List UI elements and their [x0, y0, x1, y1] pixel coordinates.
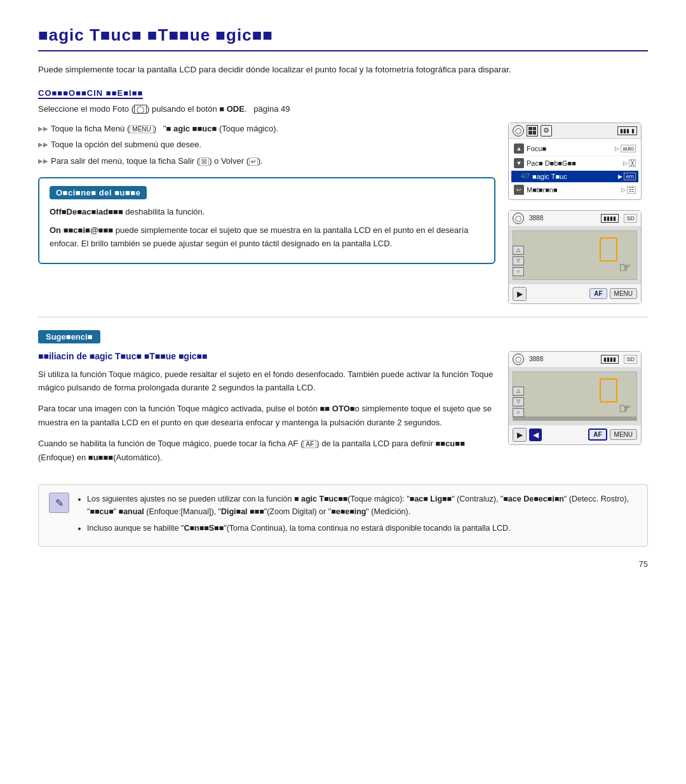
suggestion-section: Suge■enci■ ■■iliacin de ■agic T■uc■ ■T■■…: [38, 330, 648, 472]
suggestion-para-1: Si utiliza la función Toque mágico, pued…: [38, 368, 495, 395]
step-1: Toque la ficha Menú (MENU) "■ agic ■■uc■…: [38, 123, 495, 135]
note-box: ✎ Los siguientes ajustes no se pueden ut…: [38, 484, 648, 547]
section-divider: [38, 317, 648, 317]
camera-body-bottom-1: ▶ AF MENU: [509, 284, 641, 303]
left-arrow-btn: ◀: [529, 429, 542, 441]
nav-back-btn: ↩: [514, 185, 524, 195]
note-icon: ✎: [49, 493, 69, 513]
touch-indicator-2: [600, 378, 617, 402]
camera-top-bar: ◯ ⚙ ▮▮▮ ▮: [509, 123, 641, 139]
menu-row-metering: ↩ M■t■r■n■ ▷ ☷: [511, 183, 638, 197]
camera-screen-2: ☞ △ ▽ ○: [509, 368, 641, 425]
suggestion-para-3: Cuando se habilita la función de Toque m…: [38, 437, 495, 464]
camera-side-icons-2: △ ▽ ○: [513, 387, 524, 417]
camera-body-top-1: ◯ 3888 ▮▮▮▮ SD: [509, 211, 641, 227]
camera-menu-panel: ◯ ⚙ ▮▮▮ ▮ ▲ Focu■ ▷ auto ▼ Pac■ D■b■G■■ …: [508, 123, 642, 200]
grid-icon: [527, 125, 538, 136]
note-content: Los siguientes ajustes no se pueden util…: [77, 493, 637, 538]
camera-side-icons-1: △ ▽ ○: [513, 246, 524, 276]
intro-paragraph: Puede simplemente tocar la pantalla LCD …: [38, 63, 648, 77]
page-number: 75: [38, 559, 648, 569]
touch-indicator-1: [600, 237, 617, 262]
gear-icon: ⚙: [541, 125, 552, 136]
cam-battery-2: ▮▮▮▮: [601, 355, 619, 364]
cam-circle-icon-2: ◯: [513, 354, 524, 365]
play-btn-1: ▶: [513, 287, 527, 301]
camera-body-top-2: ◯ 3888 ▮▮▮▮ SD: [509, 352, 641, 368]
page-title: ■agic T■uc■ ■T■■ue ■gic■■: [38, 25, 648, 51]
af-btn-2-active: AF: [588, 429, 607, 441]
suggestion-para-2: Para tocar una imagen con la función Toq…: [38, 402, 495, 429]
note-item-1: Los siguientes ajustes no se pueden util…: [87, 493, 637, 518]
camera-body-panel-2: ◯ 3888 ▮▮▮▮ SD ☞ △ ▽ ○: [508, 351, 642, 445]
nav-up-btn: ▲: [514, 143, 524, 154]
condition-text: Seleccione el modo Foto (◯) pulsando el …: [38, 104, 648, 114]
option-off: Off■De■ac■iad■■■ deshabilita la función.: [50, 206, 484, 219]
camera-body-bottom-2: ▶ ◀ AF MENU: [509, 425, 641, 444]
camera-menu-rows: ▲ Focu■ ▷ auto ▼ Pac■ D■b■G■■ ▷ ╳ 4/7 ■a…: [509, 139, 641, 199]
nav-down-btn: ▼: [514, 158, 524, 168]
camera-screen-1: ☞ △ ▽ ○: [509, 227, 641, 284]
menu-btn-2: MENU: [610, 429, 637, 440]
camera-mode-icon: ◯: [513, 125, 524, 136]
cam-circle-icon-1: ◯: [513, 213, 524, 224]
hand-icon-2: ☞: [619, 401, 631, 417]
suggestion-content: ■■iliacin de ■agic T■uc■ ■T■■ue ■gic■■ S…: [38, 351, 648, 472]
condition-heading: CO■■■O■■CIN ■■E■I■■: [38, 88, 648, 104]
progress-bar-2: [513, 416, 636, 420]
menu-btn-1: MENU: [610, 288, 637, 299]
step-3: Para salir del menú, toque la ficha Sali…: [38, 155, 495, 168]
steps-list: Toque la ficha Menú (MENU) "■ agic ■■uc■…: [38, 123, 495, 168]
options-box: O■ci■ne■ del ■u■■e Off■De■ac■iad■■■ desh…: [38, 177, 495, 264]
step-2: Toque la opción del submenú que desee.: [38, 138, 495, 151]
menu-row-magic-touch: 4/7 ■agic T■uc ▶ em: [511, 171, 638, 183]
options-list: Off■De■ac■iad■■■ deshabilita la función.…: [50, 206, 484, 250]
af-btn-1: AF: [589, 288, 607, 299]
suggestion-heading: Suge■enci■: [38, 330, 100, 343]
suggestion-subtitle: ■■iliacin de ■agic T■uc■ ■T■■ue ■gic■■: [38, 351, 495, 361]
menu-row-pacedebgen: ▼ Pac■ D■b■G■■ ▷ ╳: [511, 156, 638, 171]
menu-row-focus: ▲ Focu■ ▷ auto: [511, 142, 638, 156]
note-item-2: Incluso aunque se habilite "C■n■■S■■"(To…: [87, 522, 637, 535]
hand-icon-1: ☞: [619, 260, 631, 276]
play-btn-2: ▶: [513, 428, 527, 442]
battery-icon: ▮▮▮ ▮: [617, 126, 637, 135]
camera-body-panel-1: ◯ 3888 ▮▮▮▮ SD ☞ △ ▽ ○: [508, 210, 648, 304]
cam-battery-1: ▮▮▮▮: [601, 214, 619, 223]
option-on: On ■■c■i■@■■■ puede simplemente tocar el…: [50, 224, 484, 251]
options-box-title: O■ci■ne■ del ■u■■e: [50, 186, 147, 199]
